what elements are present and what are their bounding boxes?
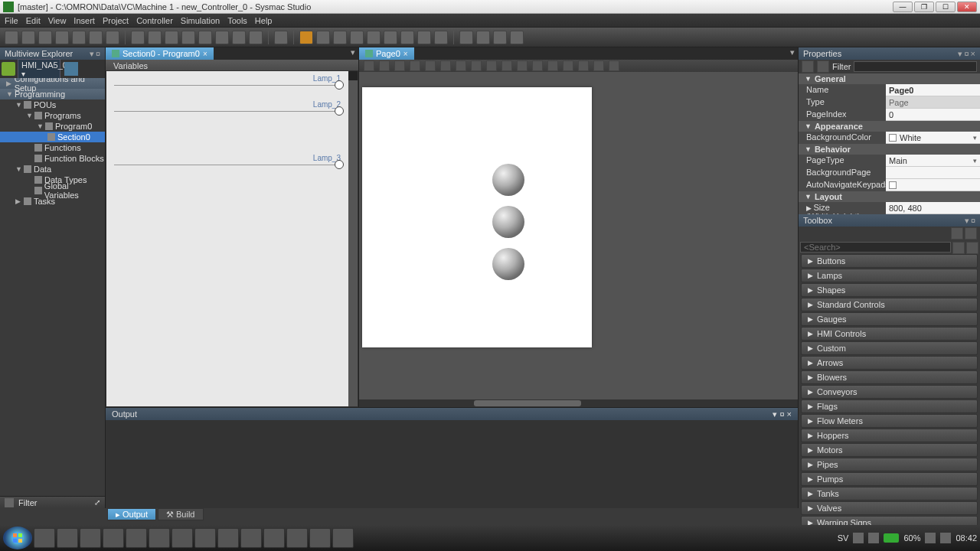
taskbar-app-13[interactable] [309, 528, 331, 548]
taskbar-app-10[interactable] [240, 528, 262, 548]
network-icon[interactable] [925, 533, 936, 543]
toolbar-btn-26[interactable] [459, 31, 473, 44]
toolbar-btn-20[interactable] [350, 31, 364, 44]
panel-pin-icon[interactable]: ¤ [96, 49, 100, 59]
start-button[interactable] [3, 527, 32, 549]
panel-pin-icon[interactable]: ¤ [971, 216, 975, 226]
designer-tool-9[interactable] [486, 60, 497, 71]
tree-data[interactable]: ▼Data [0, 164, 105, 174]
designer-tool-16[interactable] [593, 60, 604, 71]
toolbox-category[interactable]: ▶Flow Meters [801, 414, 978, 428]
taskbar-app-1[interactable] [34, 528, 55, 548]
warning-icon[interactable] [299, 31, 313, 44]
dropdown-icon[interactable]: ▾ [973, 157, 977, 165]
taskbar-app-12[interactable] [286, 528, 308, 548]
coil-lamp3[interactable] [335, 160, 344, 169]
toolbox-category[interactable]: ▶Motors [801, 443, 978, 457]
search-go-icon[interactable] [966, 242, 978, 254]
page-canvas[interactable] [362, 87, 592, 347]
panel-dropdown-icon[interactable]: ▾ [965, 216, 969, 226]
toolbar-btn-21[interactable] [367, 31, 381, 44]
designer-tool-5[interactable] [425, 60, 436, 71]
variables-header[interactable]: Variables [106, 60, 358, 70]
toolbar-btn-13[interactable] [215, 31, 229, 44]
horizontal-scrollbar[interactable] [359, 399, 798, 407]
toolbox-category[interactable]: ▶Valves [801, 501, 978, 515]
taskbar-app-3[interactable] [80, 528, 101, 548]
build-tab[interactable]: ⚒Build [158, 508, 203, 520]
prop-value-pageindex[interactable]: 0 [886, 109, 980, 121]
redo-icon[interactable] [89, 31, 103, 44]
toolbar-btn-11[interactable] [181, 31, 195, 44]
tree-functions[interactable]: Functions [0, 142, 105, 153]
minimize-button[interactable]: — [893, 2, 913, 12]
prop-section-general[interactable]: ▼General [799, 73, 980, 84]
toolbox-category[interactable]: ▶Lamps [801, 269, 978, 282]
menu-tools[interactable]: Tools [227, 16, 247, 25]
tray-icon-2[interactable] [868, 533, 879, 543]
zoom-out-icon[interactable] [493, 31, 507, 44]
toolbox-search-input[interactable] [800, 242, 951, 253]
categorized-icon[interactable] [802, 60, 814, 73]
tray-lang[interactable]: SV [838, 533, 849, 543]
designer-tool-13[interactable] [547, 60, 558, 71]
toolbar-btn-12[interactable] [198, 31, 212, 44]
scrollbar-thumb[interactable] [348, 71, 358, 80]
tree-programs[interactable]: ▼Programs [0, 110, 105, 121]
tree-pous[interactable]: ▼POUs [0, 99, 105, 110]
panel-dropdown-icon[interactable]: ▾ [958, 49, 962, 59]
prop-value-size[interactable]: 800, 480 [886, 202, 980, 214]
toolbox-category[interactable]: ▶Blowers [801, 370, 978, 384]
menu-simulation[interactable]: Simulation [181, 16, 220, 25]
toolbar-btn-18[interactable] [316, 31, 330, 44]
toolbar-btn-7[interactable] [106, 31, 119, 44]
toolbar-btn-8[interactable] [131, 31, 145, 44]
designer-tool-14[interactable] [563, 60, 573, 71]
toolbar-btn-25[interactable] [434, 31, 448, 44]
tab-page0[interactable]: Page0 × [359, 47, 414, 60]
toolbar-btn-19[interactable] [333, 31, 347, 44]
menu-project[interactable]: Project [103, 16, 129, 25]
taskbar-app-4[interactable] [103, 528, 124, 548]
toolbar-btn-14[interactable] [232, 31, 246, 44]
dropdown-icon[interactable]: ▾ [973, 134, 977, 142]
close-icon[interactable]: × [203, 50, 207, 58]
filter-expand-icon[interactable]: ⤢ [94, 498, 100, 507]
taskbar-app-11[interactable] [263, 528, 285, 548]
taskbar-app-2[interactable] [57, 528, 78, 548]
toolbar-btn-15[interactable] [249, 31, 263, 44]
lamp-object-2[interactable] [492, 206, 524, 238]
tab-dropdown-icon[interactable]: ▾ [348, 47, 358, 60]
tree-function-blocks[interactable]: Function Blocks [0, 153, 105, 164]
tree-program0[interactable]: ▼Program0 [0, 121, 105, 132]
toolbox-category[interactable]: ▶Arrows [801, 356, 978, 370]
tab-section0[interactable]: Section0 - Program0 × [106, 47, 214, 60]
designer-tool-6[interactable] [440, 60, 451, 71]
designer-tool-12[interactable] [532, 60, 543, 71]
menu-edit[interactable]: Edit [26, 16, 41, 25]
prop-section-behavior[interactable]: ▼Behavior [799, 144, 980, 155]
designer-tool-15[interactable] [578, 60, 589, 71]
designer-tool-11[interactable] [517, 60, 528, 71]
lamp-object-1[interactable] [492, 164, 524, 196]
tray-icon-1[interactable] [853, 533, 864, 543]
toolbox-category[interactable]: ▶Shapes [801, 283, 978, 297]
designer-tool-8[interactable] [471, 60, 482, 71]
checkbox[interactable] [889, 181, 897, 189]
coil-lamp1[interactable] [335, 80, 344, 90]
toolbox-category[interactable]: ▶Conveyors [801, 385, 978, 399]
toolbox-category[interactable]: ▶Buttons [801, 254, 978, 268]
designer-tool-1[interactable] [364, 60, 374, 71]
designer-tool-7[interactable] [456, 60, 466, 71]
prop-value-bgpage[interactable] [886, 167, 980, 179]
device-select[interactable]: HMI_NA5_0 ▾ [18, 59, 60, 80]
toolbox-category[interactable]: ▶Pipes [801, 458, 978, 471]
vertical-scrollbar[interactable] [348, 71, 358, 406]
close-button[interactable]: ✕ [957, 2, 977, 12]
output-tab[interactable]: ▸Output [107, 508, 156, 520]
toolbox-category[interactable]: ▶Pumps [801, 472, 978, 486]
toolbox-category[interactable]: ▶Standard Controls [801, 298, 978, 311]
device-view-icon[interactable] [64, 62, 78, 76]
zoom-in-icon[interactable] [476, 31, 490, 44]
toolbox-category[interactable]: ▶Custom [801, 341, 978, 355]
